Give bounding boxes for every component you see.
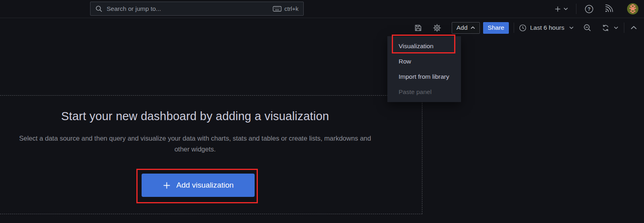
top-navigation-bar: Search or jump to... ctrl+k xyxy=(0,0,644,18)
save-dashboard-button[interactable] xyxy=(414,24,422,32)
help-icon: ? xyxy=(588,6,591,12)
clock-icon xyxy=(519,24,527,32)
rss-icon xyxy=(604,4,613,13)
zoom-out-time-button[interactable] xyxy=(583,24,592,32)
toolbar-divider xyxy=(514,23,514,33)
menu-item-row[interactable]: Row xyxy=(387,54,461,69)
add-panel-button[interactable]: Add xyxy=(452,22,480,34)
time-range-picker[interactable]: Last 6 hours xyxy=(519,24,574,32)
add-dropdown-menu: Visualization Row Import from library Pa… xyxy=(387,36,461,102)
search-icon xyxy=(95,5,103,12)
share-button[interactable]: Share xyxy=(483,22,508,34)
share-label: Share xyxy=(488,24,504,31)
keyboard-icon xyxy=(273,6,282,12)
avatar xyxy=(627,3,639,15)
help-button[interactable]: ? xyxy=(584,4,594,14)
refresh-icon xyxy=(601,24,610,32)
topnav-divider xyxy=(576,4,576,14)
topnav-right-actions: ? xyxy=(554,0,639,18)
chevron-down-icon xyxy=(564,7,568,10)
empty-state-title: Start your new dashboard by adding a vis… xyxy=(0,110,390,123)
toolbar-divider xyxy=(624,23,624,33)
chevron-down-icon xyxy=(569,26,574,29)
dashboard-settings-button[interactable] xyxy=(433,24,441,32)
plus-icon xyxy=(554,5,562,13)
chevron-up-icon xyxy=(471,26,475,29)
zoom-out-icon xyxy=(583,24,592,32)
search-placeholder: Search or jump to... xyxy=(107,5,269,12)
menu-item-paste-panel: Paste panel xyxy=(387,84,461,100)
menu-item-import-from-library[interactable]: Import from library xyxy=(387,69,461,84)
time-range-label: Last 6 hours xyxy=(530,24,564,31)
search-shortcut-label: ctrl+k xyxy=(284,6,298,12)
add-visualization-button[interactable]: Add visualization xyxy=(142,174,255,197)
news-button[interactable] xyxy=(604,4,613,13)
user-avatar[interactable] xyxy=(627,3,639,15)
menu-item-visualization[interactable]: Visualization xyxy=(387,39,461,54)
search-shortcut: ctrl+k xyxy=(273,6,298,12)
search-input[interactable]: Search or jump to... ctrl+k xyxy=(90,2,304,16)
save-icon xyxy=(414,24,422,32)
refresh-interval-chevron xyxy=(614,26,618,29)
gear-icon xyxy=(433,24,441,32)
add-visualization-label: Add visualization xyxy=(176,181,234,190)
add-panel-label: Add xyxy=(457,24,468,31)
collapse-icon xyxy=(631,26,637,30)
plus-icon xyxy=(163,181,171,190)
refresh-dashboard-button[interactable] xyxy=(601,24,618,32)
dashboard-toolbar: Add Share Last 6 hours xyxy=(0,18,644,37)
new-item-button[interactable] xyxy=(554,5,568,13)
empty-state-description: Select a data source and then query and … xyxy=(14,133,376,155)
collapse-toolbar-button[interactable] xyxy=(631,26,637,30)
